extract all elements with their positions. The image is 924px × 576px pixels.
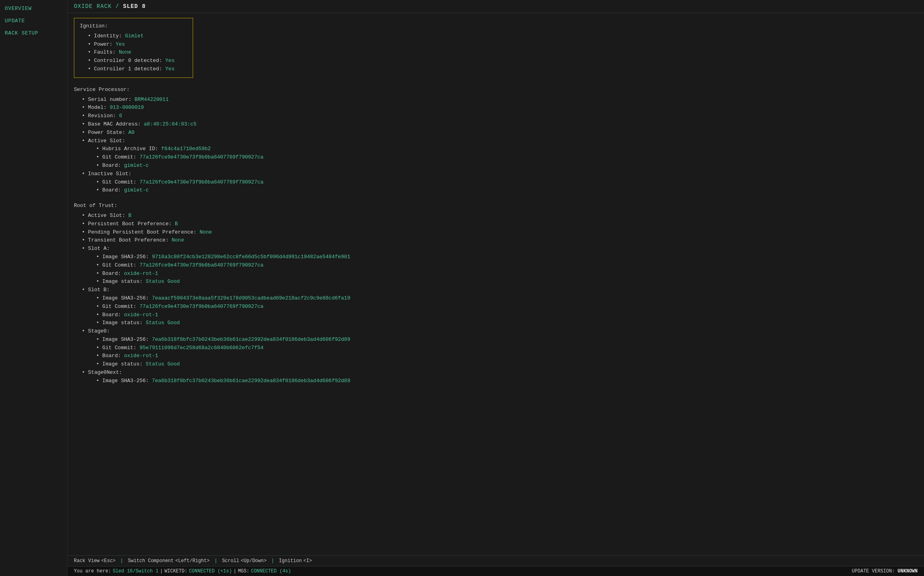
list-item: Board: oxide-rot-1 (96, 352, 918, 360)
sp-list: Serial number: BRM44220011 Model: 913-00… (74, 96, 918, 195)
list-item: Image status: Status Good (96, 319, 918, 327)
rot-list: Active Slot: B Persistent Boot Preferenc… (74, 212, 918, 385)
list-item: Serial number: BRM44220011 (82, 96, 918, 104)
list-item: Image SHA3-256: 7eaaacf5904373e8aaa5f329… (96, 294, 918, 303)
rot-title: Root of Trust: (74, 202, 918, 210)
version-label: UPDATE VERSION: (852, 568, 895, 574)
list-item: Slot A: Image SHA3-256: 9718a3c80f24cb3e… (82, 245, 918, 286)
list-item: Active Slot: Hubris Archive ID: f64c4a17… (82, 137, 918, 170)
list-item: Image status: Status Good (96, 278, 918, 286)
list-item: Power: Yes (88, 41, 187, 49)
ignition-key: <I> (303, 558, 312, 564)
list-item: Board: gimlet-c (96, 162, 918, 170)
location-label: You are here: (74, 568, 111, 574)
list-item: Board: gimlet-c (96, 186, 918, 195)
inactive-slot-list: Git Commit: 77a126fce9e4730e73f9b0ba6407… (82, 178, 918, 195)
stage0next-list: Image SHA3-256: 7ea6b318f8bfc37b0243beb3… (82, 377, 918, 385)
header-title: SLED 8 (123, 3, 146, 10)
list-item: Git Commit: 77a126fce9e4730e73f9b0ba6407… (96, 153, 918, 162)
list-item: Image status: Status Good (96, 360, 918, 369)
sidebar-item-overview[interactable]: OVERVIEW (0, 3, 67, 14)
list-item: Active Slot: B (82, 212, 918, 220)
sidebar: OVERVIEW UPDATE RACK SETUP (0, 0, 68, 576)
location-value: Sled 16/Switch 1 (113, 568, 159, 574)
header-slash: / (116, 3, 123, 10)
list-item: Controller 1 detected: Yes (88, 65, 187, 73)
list-item: Board: oxide-rot-1 (96, 270, 918, 278)
list-item: Transient Boot Preference: None (82, 236, 918, 245)
list-item: Git Commit: 95e79111096d7ec258d68a2c6840… (96, 344, 918, 352)
ignition-title: Ignition: (80, 22, 187, 31)
list-item: Faults: None (88, 48, 187, 57)
list-item: Pending Persistent Boot Preference: None (82, 228, 918, 237)
sidebar-item-update[interactable]: UPDATE (0, 15, 67, 26)
sidebar-item-rack-setup[interactable]: RACK SETUP (0, 28, 67, 39)
list-item: Identity: Gimlet (88, 32, 187, 41)
stage0-list: Image SHA3-256: 7ea6b318f8bfc37b0243beb3… (82, 336, 918, 369)
active-slot-list: Hubris Archive ID: f64c4a1710ed59b2 Git … (82, 145, 918, 170)
status-bar: You are here: Sled 16/Switch 1 | WICKETD… (68, 566, 924, 576)
list-item: Image SHA3-256: 7ea6b318f8bfc37b0243beb3… (96, 336, 918, 344)
list-item: Git Commit: 77a126fce9e4730e73f9b0ba6407… (96, 303, 918, 311)
ignition-action: Ignition (279, 558, 302, 564)
list-item: Revision: 6 (82, 112, 918, 120)
switch-component-key: <Left/Right> (175, 558, 209, 564)
mgs-status: CONNECTED (4s) (251, 568, 291, 574)
list-item: Image SHA3-256: 9718a3c80f24cb3e128298e6… (96, 253, 918, 261)
rack-view-key: <Esc> (101, 558, 116, 564)
ignition-list: Identity: Gimlet Power: Yes Faults: None… (80, 32, 187, 73)
list-item: Git Commit: 77a126fce9e4730e73f9b0ba6407… (96, 261, 918, 270)
header-prefix: OXIDE RACK (74, 3, 112, 10)
page-header: OXIDE RACK / SLED 8 (68, 0, 924, 13)
list-item: Base MAC Address: a8:40:25:04:03:c5 (82, 120, 918, 129)
service-processor-section: Service Processor: Serial number: BRM442… (74, 86, 918, 195)
version-value: UNKNOWN (898, 568, 918, 574)
scroll-key: <Up/Down> (241, 558, 267, 564)
switch-component-action: Switch Component (128, 558, 174, 564)
list-item: Slot B: Image SHA3-256: 7eaaacf5904373e8… (82, 286, 918, 327)
list-item: Persistent Boot Preference: B (82, 220, 918, 228)
status-right: UPDATE VERSION: UNKNOWN (852, 568, 918, 574)
rack-view-action: Rack View (74, 558, 100, 564)
list-item: Power State: A0 (82, 129, 918, 137)
list-item: Image SHA3-256: 7ea6b318f8bfc37b0243beb3… (96, 377, 918, 385)
wicketd-label: WICKETD: (164, 568, 188, 574)
list-item: Stage0Next: Image SHA3-256: 7ea6b318f8bf… (82, 369, 918, 385)
list-item: Inactive Slot: Git Commit: 77a126fce9e47… (82, 170, 918, 195)
list-item: Board: oxide-rot-1 (96, 311, 918, 319)
bottom-bar: Rack View <Esc> | Switch Component <Left… (68, 555, 924, 566)
scroll-action: Scroll (222, 558, 239, 564)
list-item: Hubris Archive ID: f64c4a1710ed59b2 (96, 145, 918, 153)
list-item: Controller 0 detected: Yes (88, 57, 187, 65)
wicketd-status: CONNECTED (<1s) (189, 568, 232, 574)
mgs-label: MGS: (238, 568, 249, 574)
ignition-section: Ignition: Identity: Gimlet Power: Yes Fa… (74, 18, 193, 78)
list-item: Model: 913-0000019 (82, 104, 918, 112)
root-of-trust-section: Root of Trust: Active Slot: B Persistent… (74, 202, 918, 385)
slot-a-list: Image SHA3-256: 9718a3c80f24cb3e128298e6… (82, 253, 918, 286)
status-left: You are here: Sled 16/Switch 1 | WICKETD… (74, 568, 291, 574)
list-item: Git Commit: 77a126fce9e4730e73f9b0ba6407… (96, 178, 918, 187)
main-content: Ignition: Identity: Gimlet Power: Yes Fa… (68, 13, 924, 555)
slot-b-list: Image SHA3-256: 7eaaacf5904373e8aaa5f329… (82, 294, 918, 327)
sp-title: Service Processor: (74, 86, 918, 94)
list-item: Stage0: Image SHA3-256: 7ea6b318f8bfc37b… (82, 327, 918, 369)
